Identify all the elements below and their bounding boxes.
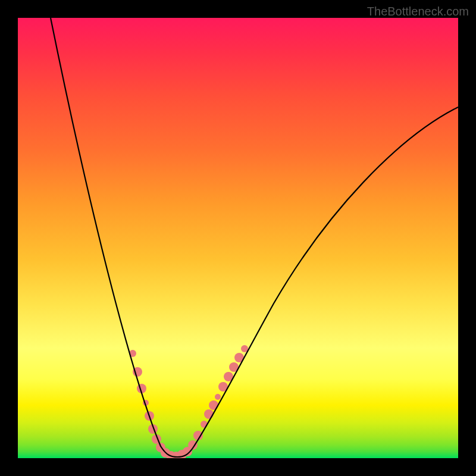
highlight-dot: [204, 409, 214, 419]
highlight-markers: [129, 345, 248, 458]
chart-plot-area: [18, 18, 458, 458]
watermark-text: TheBottleneck.com: [367, 5, 469, 18]
chart-svg: [18, 18, 458, 458]
highlight-dot: [215, 394, 221, 400]
chart-curve: [51, 18, 458, 457]
